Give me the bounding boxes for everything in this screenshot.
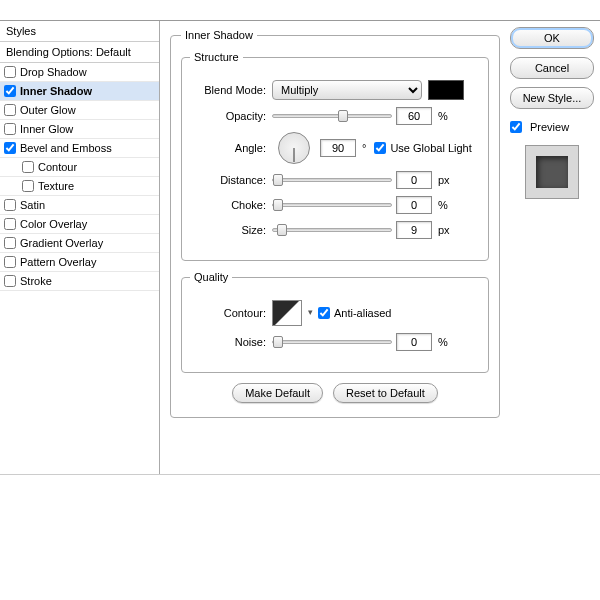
style-label: Outer Glow — [20, 104, 76, 116]
make-default-button[interactable]: Make Default — [232, 383, 323, 403]
style-label: Stroke — [20, 275, 52, 287]
distance-input[interactable] — [396, 171, 432, 189]
style-checkbox[interactable] — [22, 180, 34, 192]
contour-picker[interactable] — [272, 300, 302, 326]
size-input[interactable] — [396, 221, 432, 239]
structure-legend: Structure — [190, 51, 243, 63]
layer-style-dialog: Styles Blending Options: Default Drop Sh… — [0, 20, 600, 475]
style-row-inner-shadow[interactable]: Inner Shadow — [0, 82, 159, 101]
structure-fieldset: Structure Blend Mode: Multiply Opacity: … — [181, 51, 489, 261]
new-style-button[interactable]: New Style... — [510, 87, 594, 109]
quality-legend: Quality — [190, 271, 232, 283]
style-row-contour[interactable]: Contour — [0, 158, 159, 177]
style-row-outer-glow[interactable]: Outer Glow — [0, 101, 159, 120]
ok-button[interactable]: OK — [510, 27, 594, 49]
style-label: Contour — [38, 161, 77, 173]
angle-label: Angle: — [190, 142, 272, 154]
choke-unit: % — [438, 199, 448, 211]
style-row-texture[interactable]: Texture — [0, 177, 159, 196]
opacity-label: Opacity: — [190, 110, 272, 122]
panel-title: Inner Shadow — [181, 29, 257, 41]
style-checkbox[interactable] — [4, 142, 16, 154]
style-label: Bevel and Emboss — [20, 142, 112, 154]
noise-label: Noise: — [190, 336, 272, 348]
style-checkbox[interactable] — [4, 199, 16, 211]
size-unit: px — [438, 224, 450, 236]
style-row-bevel-and-emboss[interactable]: Bevel and Emboss — [0, 139, 159, 158]
angle-dial[interactable] — [278, 132, 310, 164]
noise-slider[interactable] — [272, 335, 392, 349]
opacity-slider[interactable] — [272, 109, 392, 123]
antialiased-label: Anti-aliased — [334, 307, 391, 319]
inner-shadow-fieldset: Inner Shadow Structure Blend Mode: Multi… — [170, 29, 500, 418]
style-checkbox[interactable] — [4, 104, 16, 116]
blend-mode-select[interactable]: Multiply — [272, 80, 422, 100]
angle-input[interactable] — [320, 139, 356, 157]
size-label: Size: — [190, 224, 272, 236]
style-label: Pattern Overlay — [20, 256, 96, 268]
noise-unit: % — [438, 336, 448, 348]
noise-input[interactable] — [396, 333, 432, 351]
style-row-gradient-overlay[interactable]: Gradient Overlay — [0, 234, 159, 253]
style-label: Inner Glow — [20, 123, 73, 135]
styles-sidebar: Styles Blending Options: Default Drop Sh… — [0, 21, 160, 474]
style-checkbox[interactable] — [4, 237, 16, 249]
distance-unit: px — [438, 174, 450, 186]
style-row-inner-glow[interactable]: Inner Glow — [0, 120, 159, 139]
blend-mode-label: Blend Mode: — [190, 84, 272, 96]
style-checkbox[interactable] — [4, 66, 16, 78]
distance-label: Distance: — [190, 174, 272, 186]
style-label: Satin — [20, 199, 45, 211]
style-row-color-overlay[interactable]: Color Overlay — [0, 215, 159, 234]
preview-thumbnail — [525, 145, 579, 199]
style-label: Inner Shadow — [20, 85, 92, 97]
style-label: Color Overlay — [20, 218, 87, 230]
style-checkbox[interactable] — [22, 161, 34, 173]
opacity-unit: % — [438, 110, 448, 122]
style-checkbox[interactable] — [4, 256, 16, 268]
choke-input[interactable] — [396, 196, 432, 214]
style-checkbox[interactable] — [4, 275, 16, 287]
style-row-stroke[interactable]: Stroke — [0, 272, 159, 291]
distance-slider[interactable] — [272, 173, 392, 187]
style-checkbox[interactable] — [4, 85, 16, 97]
shadow-color-swatch[interactable] — [428, 80, 464, 100]
style-row-pattern-overlay[interactable]: Pattern Overlay — [0, 253, 159, 272]
quality-fieldset: Quality Contour: Anti-aliased Noise: % — [181, 271, 489, 373]
settings-panel: Inner Shadow Structure Blend Mode: Multi… — [160, 21, 510, 474]
style-label: Drop Shadow — [20, 66, 87, 78]
style-label: Texture — [38, 180, 74, 192]
style-checkbox[interactable] — [4, 123, 16, 135]
global-light-checkbox[interactable] — [374, 142, 386, 154]
styles-header: Styles — [0, 21, 159, 42]
style-checkbox[interactable] — [4, 218, 16, 230]
styles-list: Drop ShadowInner ShadowOuter GlowInner G… — [0, 63, 159, 291]
style-label: Gradient Overlay — [20, 237, 103, 249]
angle-unit: ° — [362, 142, 366, 154]
preview-checkbox[interactable] — [510, 121, 522, 133]
style-row-satin[interactable]: Satin — [0, 196, 159, 215]
cancel-button[interactable]: Cancel — [510, 57, 594, 79]
contour-label: Contour: — [190, 307, 272, 319]
global-light-label: Use Global Light — [390, 142, 471, 154]
blending-options-row[interactable]: Blending Options: Default — [0, 42, 159, 63]
choke-slider[interactable] — [272, 198, 392, 212]
choke-label: Choke: — [190, 199, 272, 211]
style-row-drop-shadow[interactable]: Drop Shadow — [0, 63, 159, 82]
size-slider[interactable] — [272, 223, 392, 237]
opacity-input[interactable] — [396, 107, 432, 125]
preview-label: Preview — [530, 121, 569, 133]
dialog-buttons: OK Cancel New Style... Preview — [510, 21, 600, 474]
reset-default-button[interactable]: Reset to Default — [333, 383, 438, 403]
antialiased-checkbox[interactable] — [318, 307, 330, 319]
